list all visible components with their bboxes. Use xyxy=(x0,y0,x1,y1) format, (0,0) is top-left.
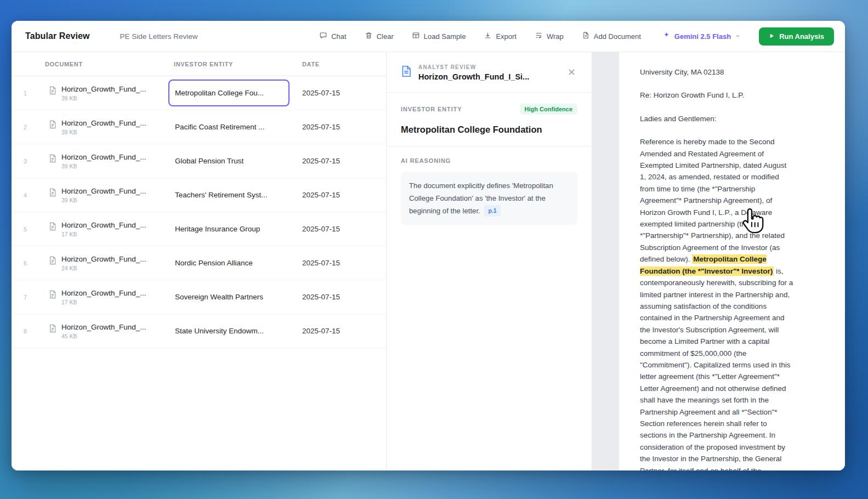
add-document-button[interactable]: Add Document xyxy=(582,31,641,41)
ai-reasoning-label: AI REASONING xyxy=(401,157,577,164)
document-name: Horizon_Growth_Fund_... xyxy=(61,85,146,93)
cell-investor-entity[interactable]: Metropolitan College Fou... xyxy=(166,80,294,106)
cell-date[interactable]: 2025-07-15 xyxy=(294,259,386,267)
export-button[interactable]: Export xyxy=(484,31,517,41)
document-page[interactable]: University City, MA 02138 Re: Horizon Gr… xyxy=(619,52,845,470)
cell-document[interactable]: Horizon_Growth_Fund_... 17 KB xyxy=(37,221,166,237)
close-panel-button[interactable] xyxy=(566,66,577,78)
document-name: Horizon_Growth_Fund_... xyxy=(61,187,146,195)
chat-icon xyxy=(319,31,327,41)
cell-investor-entity[interactable]: Sovereign Wealth Partners xyxy=(166,283,294,310)
cell-document[interactable]: Horizon_Growth_Fund_... 17 KB xyxy=(37,289,166,305)
play-icon xyxy=(769,32,775,41)
ai-reasoning-box: The document explicitly defines 'Metropo… xyxy=(401,172,577,225)
selected-cell[interactable]: Metropolitan College Fou... xyxy=(168,80,290,106)
table-row[interactable]: 8 Horizon_Growth_Fund_... 45 KB State Un… xyxy=(12,314,386,348)
panel-divider xyxy=(387,92,592,93)
paragraph-text: is, contemporaneously herewith, subscrib… xyxy=(640,267,793,470)
analyst-review-panel: ANALYST REVIEW Horizon_Growth_Fund_I_Si.… xyxy=(387,52,592,470)
file-icon xyxy=(49,86,56,95)
document-icon xyxy=(401,65,412,77)
cell-document[interactable]: Horizon_Growth_Fund_... 39 KB xyxy=(37,119,166,135)
content-area: DOCUMENT INVESTOR ENTITY DATE 1 Horizon_… xyxy=(12,52,845,470)
chevron-down-icon xyxy=(735,32,741,41)
field-header-row: INVESTOR ENTITY High Confidence xyxy=(401,104,577,115)
cell-date[interactable]: 2025-07-15 xyxy=(294,191,386,199)
cell-document[interactable]: Horizon_Growth_Fund_... 39 KB xyxy=(37,187,166,203)
load-sample-button[interactable]: Load Sample xyxy=(412,31,466,41)
table-row[interactable]: 7 Horizon_Growth_Fund_... 17 KB Sovereig… xyxy=(12,280,386,314)
cell-investor-entity[interactable]: Teachers' Retirement Syst... xyxy=(166,182,294,208)
table-row[interactable]: 1 Horizon_Growth_Fund_... 39 KB Metropol… xyxy=(12,76,386,110)
document-size: 39 KB xyxy=(61,197,146,203)
file-icon xyxy=(49,120,56,129)
document-size: 39 KB xyxy=(61,163,146,169)
row-number: 5 xyxy=(12,226,37,233)
cell-investor-entity[interactable]: Global Pension Trust xyxy=(166,148,294,174)
table-row[interactable]: 3 Horizon_Growth_Fund_... 39 KB Global P… xyxy=(12,144,386,178)
sparkle-icon xyxy=(662,31,671,41)
cell-investor-entity[interactable]: Pacific Coast Retirement ... xyxy=(166,114,294,140)
cell-date[interactable]: 2025-07-15 xyxy=(294,89,386,97)
app-window: Tabular Review PE Side Letters Review Ch… xyxy=(12,21,845,470)
review-subtitle: PE Side Letters Review xyxy=(120,32,198,41)
toolbar: Chat Clear Load Sample Export Wrap Add D… xyxy=(319,27,834,46)
analyst-review-eyebrow: ANALYST REVIEW xyxy=(418,64,559,70)
file-icon xyxy=(49,154,56,163)
cell-document[interactable]: Horizon_Growth_Fund_... 24 KB xyxy=(37,255,166,271)
table-row[interactable]: 5 Horizon_Growth_Fund_... 17 KB Heritage… xyxy=(12,212,386,246)
cell-document[interactable]: Horizon_Growth_Fund_... 39 KB xyxy=(37,85,166,101)
trash-icon xyxy=(365,31,373,41)
document-size: 39 KB xyxy=(61,95,146,101)
file-icon xyxy=(49,188,56,197)
document-salutation: Ladies and Gentlemen: xyxy=(640,113,795,124)
cell-date[interactable]: 2025-07-15 xyxy=(294,293,386,301)
cell-date[interactable]: 2025-07-15 xyxy=(294,123,386,131)
close-icon xyxy=(568,69,575,77)
clear-button[interactable]: Clear xyxy=(365,31,394,41)
download-icon xyxy=(484,31,492,41)
document-name: Horizon_Growth_Fund_... xyxy=(61,119,146,127)
document-name: Horizon_Growth_Fund_... xyxy=(61,221,146,229)
app-title: Tabular Review xyxy=(25,31,90,41)
cell-date[interactable]: 2025-07-15 xyxy=(294,157,386,165)
file-icon xyxy=(49,256,56,265)
cell-investor-entity[interactable]: State University Endowm... xyxy=(166,317,294,344)
document-name: Horizon_Growth_Fund_... xyxy=(61,323,146,331)
analyst-document-title: Horizon_Growth_Fund_I_Si... xyxy=(418,72,559,81)
column-header-investor-entity[interactable]: INVESTOR ENTITY xyxy=(166,61,294,67)
cell-document[interactable]: Horizon_Growth_Fund_... 39 KB xyxy=(37,153,166,169)
header-bar: Tabular Review PE Side Letters Review Ch… xyxy=(12,21,845,52)
file-plus-icon xyxy=(582,31,590,41)
run-analysis-button[interactable]: Run Analysis xyxy=(759,27,834,46)
document-size: 17 KB xyxy=(61,231,146,237)
table-row[interactable]: 2 Horizon_Growth_Fund_... 39 KB Pacific … xyxy=(12,110,386,144)
column-header-date[interactable]: DATE xyxy=(294,61,386,67)
row-number: 2 xyxy=(12,124,37,131)
document-viewer-gutter xyxy=(592,52,619,470)
cell-date[interactable]: 2025-07-15 xyxy=(294,327,386,335)
document-name: Horizon_Growth_Fund_... xyxy=(61,255,146,263)
document-size: 24 KB xyxy=(61,265,146,271)
document-name: Horizon_Growth_Fund_... xyxy=(61,153,146,161)
confidence-badge: High Confidence xyxy=(520,104,577,115)
document-name: Horizon_Growth_Fund_... xyxy=(61,289,146,297)
table-row[interactable]: 6 Horizon_Growth_Fund_... 24 KB Nordic P… xyxy=(12,246,386,280)
column-header-document[interactable]: DOCUMENT xyxy=(37,61,166,67)
table-row[interactable]: 4 Horizon_Growth_Fund_... 39 KB Teachers… xyxy=(12,178,386,212)
paragraph-text: Reference is hereby made to the Second A… xyxy=(640,138,786,263)
model-selector[interactable]: Gemini 2.5 Flash xyxy=(662,31,741,41)
cell-investor-entity[interactable]: Heritage Insurance Group xyxy=(166,216,294,242)
file-icon xyxy=(49,222,56,231)
chat-button[interactable]: Chat xyxy=(319,31,346,41)
cell-investor-entity[interactable]: Nordic Pension Alliance xyxy=(166,250,294,276)
ai-reasoning-text: The document explicitly defines 'Metropo… xyxy=(409,182,553,215)
page-reference-badge[interactable]: p.1 xyxy=(484,205,500,216)
wrap-button[interactable]: Wrap xyxy=(535,31,564,41)
analyst-panel-header: ANALYST REVIEW Horizon_Growth_Fund_I_Si.… xyxy=(401,64,577,81)
file-icon xyxy=(49,290,56,299)
row-number: 1 xyxy=(12,90,37,97)
cell-document[interactable]: Horizon_Growth_Fund_... 45 KB xyxy=(37,323,166,339)
cell-date[interactable]: 2025-07-15 xyxy=(294,225,386,233)
field-label: INVESTOR ENTITY xyxy=(401,106,462,112)
